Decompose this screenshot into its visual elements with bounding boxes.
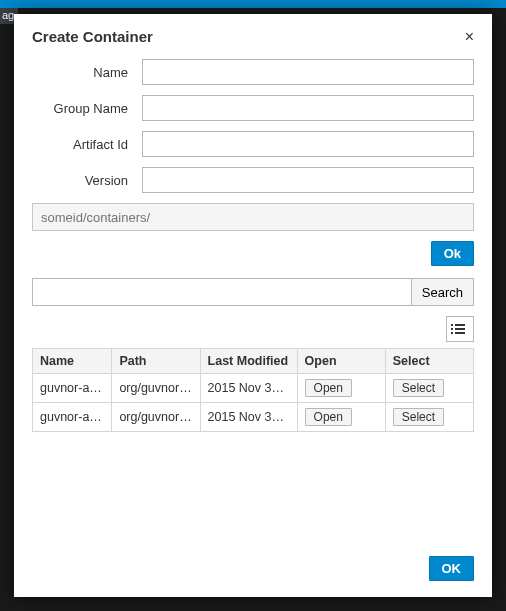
search-button[interactable]: Search <box>411 278 474 306</box>
version-label: Version <box>32 173 142 188</box>
group-name-label: Group Name <box>32 101 142 116</box>
modal-body: Name Group Name Artifact Id Version Ok S… <box>14 55 492 544</box>
cell-last-modified: 2015 Nov 30 … <box>200 403 297 432</box>
open-button[interactable]: Open <box>305 408 352 426</box>
cell-path: org/guvnor/g… <box>112 374 200 403</box>
open-button[interactable]: Open <box>305 379 352 397</box>
name-input[interactable] <box>142 59 474 85</box>
search-input[interactable] <box>32 278 411 306</box>
create-container-modal: Create Container × Name Group Name Artif… <box>14 14 492 597</box>
artifact-id-label: Artifact Id <box>32 137 142 152</box>
table-row: guvnor-asset… org/guvnor/g… 2015 Nov 30 … <box>33 374 474 403</box>
ok-button[interactable]: Ok <box>431 241 474 266</box>
cell-name: guvnor-asset… <box>33 374 112 403</box>
endpoint-input <box>32 203 474 231</box>
group-name-input[interactable] <box>142 95 474 121</box>
close-icon[interactable]: × <box>465 29 474 45</box>
col-header-name[interactable]: Name <box>33 349 112 374</box>
cell-path: org/guvnor/g… <box>112 403 200 432</box>
version-input[interactable] <box>142 167 474 193</box>
col-header-select: Select <box>385 349 473 374</box>
select-button[interactable]: Select <box>393 379 444 397</box>
table-row: guvnor-asset… org/guvnor/g… 2015 Nov 30 … <box>33 403 474 432</box>
modal-title: Create Container <box>32 28 153 45</box>
list-view-toggle[interactable] <box>446 316 474 342</box>
table-header-row: Name Path Last Modified Open Select <box>33 349 474 374</box>
name-label: Name <box>32 65 142 80</box>
cell-last-modified: 2015 Nov 30 … <box>200 374 297 403</box>
cell-name: guvnor-asset… <box>33 403 112 432</box>
footer-ok-button[interactable]: OK <box>429 556 475 581</box>
modal-footer: OK <box>14 544 492 597</box>
col-header-last-modified[interactable]: Last Modified <box>200 349 297 374</box>
col-header-open: Open <box>297 349 385 374</box>
modal-header: Create Container × <box>14 14 492 55</box>
list-icon <box>455 322 465 336</box>
col-header-path[interactable]: Path <box>112 349 200 374</box>
results-table: Name Path Last Modified Open Select guvn… <box>32 348 474 432</box>
artifact-id-input[interactable] <box>142 131 474 157</box>
select-button[interactable]: Select <box>393 408 444 426</box>
